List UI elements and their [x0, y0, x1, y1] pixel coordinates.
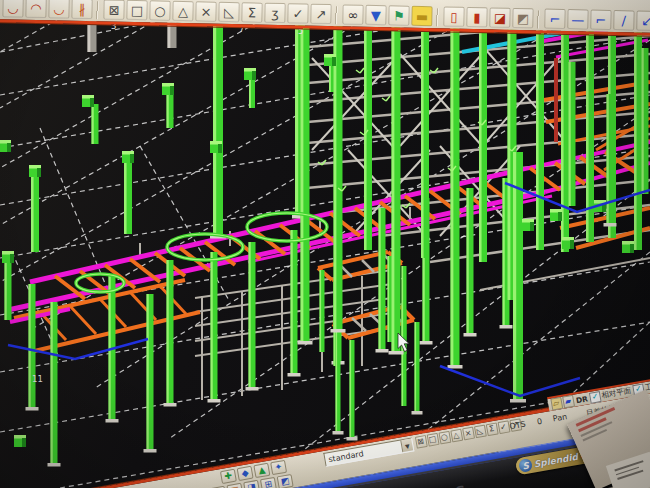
asus-logo: ASUS — [408, 482, 472, 488]
monitor-photo: 2437511 ◡◠◡∦⊠□○△×◺Σʒ✓↗∞▼⚑▬▯▮◪◩⌐—⌐∕↙»| ✚◆… — [0, 0, 650, 488]
plane-toggle-icon[interactable]: ▲ — [253, 463, 270, 478]
snap-any-icon[interactable]: ✓ — [287, 3, 308, 23]
profile-arrow-icon[interactable]: ↙ — [636, 11, 650, 31]
rail-joint-icon[interactable]: ⊞ — [260, 477, 277, 488]
seating-icon[interactable]: ◩ — [277, 474, 294, 488]
profile-angle-icon[interactable]: ⌐ — [544, 9, 565, 29]
status-count: 0 — [536, 417, 543, 427]
snap-extension-icon[interactable]: Σ — [241, 2, 262, 22]
snap-endpoint-icon[interactable]: □ — [126, 0, 147, 20]
mini-snap-intersection-icon[interactable]: × — [462, 427, 475, 441]
snap-center-icon[interactable]: ○ — [149, 0, 170, 20]
toolbar-separator — [535, 10, 542, 28]
profile-diagonal-icon[interactable]: ∕ — [613, 10, 634, 30]
clip-plane-icon[interactable]: ▯ — [443, 6, 464, 26]
clip-volume-icon[interactable]: ▮ — [466, 7, 487, 27]
sticker-main-text: Splendid — [533, 451, 579, 469]
weld-polygon-icon[interactable]: ◡ — [48, 0, 69, 19]
checkmark-icon[interactable]: ✓ — [589, 391, 602, 404]
profile-z-icon[interactable]: ⌐ — [590, 10, 611, 30]
mini-snap-points-icon[interactable]: ⊠ — [414, 435, 427, 449]
mini-snap-center-icon[interactable]: ○ — [438, 431, 451, 445]
render-gray-icon[interactable]: ◩ — [512, 8, 533, 28]
mini-snap-midpoint-icon[interactable]: △ — [450, 429, 463, 443]
flag-icon[interactable]: ⚑ — [388, 5, 409, 25]
svg-text:11: 11 — [32, 374, 43, 384]
weld-below-icon[interactable]: ◠ — [25, 0, 46, 18]
save-model-icon[interactable]: ▰ — [562, 395, 575, 409]
binoculars-icon[interactable]: ∞ — [342, 4, 363, 24]
open-model-icon[interactable]: ▱ — [550, 397, 563, 411]
snap-free-icon[interactable]: ↗ — [310, 4, 331, 24]
snap-points-icon[interactable]: ⊠ — [103, 0, 124, 20]
mini-snap-extension-icon[interactable]: Σ — [485, 423, 498, 437]
toolbar-separator — [94, 1, 101, 19]
paper-gray-print — [583, 429, 608, 441]
dr-label: DR — [575, 394, 588, 405]
mini-snap-perpendicular-icon[interactable]: ◺ — [473, 425, 486, 439]
snap-midpoint-icon[interactable]: △ — [172, 1, 193, 21]
mini-snap-endpoint-icon[interactable]: □ — [426, 433, 439, 447]
weld-above-icon[interactable]: ◡ — [2, 0, 23, 18]
note-icon[interactable]: ▬ — [411, 6, 432, 26]
toolbar-separator — [333, 6, 340, 24]
splendid-orb-icon: S — [518, 458, 533, 473]
snap-nearest-icon[interactable]: ʒ — [264, 3, 285, 23]
snap-intersection-icon[interactable]: × — [195, 1, 216, 21]
fitting-cut-icon[interactable]: ∦ — [71, 0, 92, 19]
bracing-conn-icon[interactable]: ◨ — [243, 480, 260, 488]
depth-toggle-icon[interactable]: ✦ — [270, 460, 287, 475]
ortho-toggle-icon[interactable]: ◆ — [237, 466, 254, 481]
status-ots: OTS — [509, 420, 527, 432]
snap-toggle-icon[interactable]: ✚ — [220, 469, 237, 484]
toolbar-separator — [434, 8, 441, 26]
status-mode: Pan — [552, 412, 568, 423]
chevron-down-icon[interactable]: ▼ — [400, 439, 413, 453]
render-red-icon[interactable]: ◪ — [489, 7, 510, 27]
snap-perpendicular-icon[interactable]: ◺ — [218, 2, 239, 22]
filter-funnel-icon[interactable]: ▼ — [365, 5, 386, 25]
profile-flat-icon[interactable]: — — [567, 9, 588, 29]
